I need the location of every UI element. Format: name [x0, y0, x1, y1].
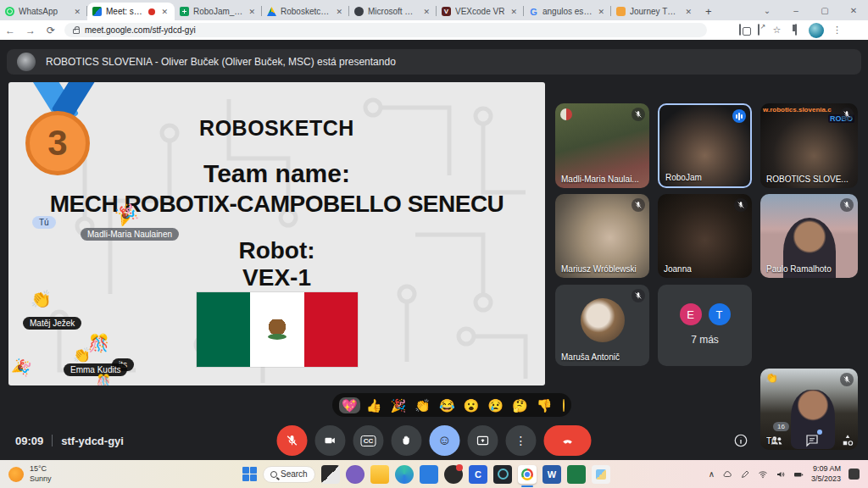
minimize-button[interactable]: –	[782, 6, 810, 15]
volume-icon[interactable]	[776, 469, 786, 480]
notification-center-icon[interactable]	[849, 469, 860, 480]
dark-app-icon[interactable]	[493, 465, 512, 484]
taskbar-weather-widget[interactable]: 15°C Sunny	[8, 464, 52, 484]
toolbar-right: ☆ ⋮	[715, 23, 843, 38]
address-bar[interactable]: meet.google.com/stf-ydcd-gyi	[64, 23, 707, 37]
url-text: meet.google.com/stf-ydcd-gyi	[85, 25, 196, 35]
reload-button[interactable]: ⟳	[41, 25, 61, 36]
participant-name: Mariusz Wróblewski	[561, 264, 637, 274]
side-panel-icon[interactable]	[790, 25, 801, 36]
wifi-icon[interactable]	[758, 469, 768, 480]
tray-chevron-icon[interactable]: ∧	[709, 470, 715, 479]
participant-tile-madli[interactable]: Madli-Maria Naulai...	[555, 103, 649, 188]
media-app-icon[interactable]	[444, 465, 463, 484]
reactions-button[interactable]: ☺	[430, 425, 460, 456]
avatar-e: E	[680, 303, 702, 325]
share-icon[interactable]	[753, 25, 764, 36]
cc-icon: CC	[361, 435, 376, 446]
more-options-button[interactable]: ⋮	[506, 425, 537, 456]
reaction-thumbs-down[interactable]: 👎	[534, 397, 555, 413]
battery-icon[interactable]	[793, 469, 804, 480]
end-call-button[interactable]	[544, 425, 592, 456]
tab-close-icon[interactable]: ✕	[683, 7, 693, 17]
tab-close-icon[interactable]: ✕	[247, 7, 257, 17]
tab-close-icon[interactable]: ✕	[72, 7, 82, 17]
task-view-icon[interactable]	[321, 465, 340, 484]
participant-tile-robotics-slovenia[interactable]: w.robotics.slovenia.c ROBO ROBOTICS SLOV…	[760, 103, 858, 188]
profile-avatar[interactable]	[809, 23, 824, 38]
chrome-icon-active[interactable]	[518, 465, 537, 484]
file-explorer-icon[interactable]	[370, 465, 389, 484]
camera-toggle-button[interactable]	[315, 425, 346, 456]
start-button[interactable]	[242, 467, 257, 481]
captions-button[interactable]: CC	[353, 425, 384, 456]
close-window-button[interactable]: ✕	[839, 6, 868, 15]
meeting-details-icon[interactable]	[732, 432, 749, 449]
reaction-thumbs-up[interactable]: 👍	[364, 397, 385, 413]
participant-tile-robojam[interactable]: RoboJam	[658, 103, 752, 188]
mic-toggle-button[interactable]	[277, 425, 308, 456]
activities-icon[interactable]	[839, 432, 856, 449]
back-button[interactable]: ←	[0, 25, 20, 36]
tab-close-icon[interactable]: ✕	[421, 7, 431, 17]
clipchamp-icon[interactable]: C	[469, 465, 487, 484]
tab-close-icon[interactable]: ✕	[596, 7, 606, 17]
reaction-cry[interactable]: 😢	[485, 397, 506, 413]
forward-button[interactable]: →	[20, 25, 41, 36]
tab-vexcode[interactable]: V VEXcode VR ✕	[437, 3, 524, 20]
reaction-thinking[interactable]: 🤔	[509, 397, 531, 413]
tab-whatsapp[interactable]: WhatsApp ✕	[0, 3, 87, 20]
skin-tone-selector[interactable]	[563, 399, 565, 412]
tab-word[interactable]: Microsoft Word - ✕	[349, 3, 437, 20]
tab-robojam[interactable]: RoboJam_compe ✕	[175, 3, 262, 20]
tab-title: VEXcode VR	[455, 7, 504, 16]
green-app-icon[interactable]	[567, 465, 586, 484]
participant-name: RoboJam	[665, 173, 702, 182]
meeting-info: 09:09 stf-ydcd-gyi	[15, 435, 124, 447]
reaction-laugh[interactable]: 😂	[437, 397, 458, 413]
extension-icon[interactable]	[715, 25, 726, 36]
reaction-clap[interactable]: 👏	[412, 397, 433, 413]
tray-time: 9:09 AM	[813, 464, 841, 473]
tab-journey[interactable]: Journey The Gras ✕	[611, 3, 698, 20]
tab-meet-active[interactable]: Meet: stf-ydc ✕	[87, 3, 175, 20]
photos-app-icon[interactable]	[592, 465, 610, 484]
participant-tile-joanna[interactable]: Joanna	[658, 194, 752, 278]
taskbar-search[interactable]: Search	[263, 466, 315, 483]
chat-icon[interactable]	[804, 432, 821, 449]
team-name-label: Team name:	[8, 159, 545, 188]
raise-hand-button[interactable]	[392, 425, 422, 456]
pen-icon[interactable]	[740, 469, 750, 480]
browser-menu-icon[interactable]: ⋮	[832, 25, 843, 36]
tray-date: 3/5/2023	[811, 474, 841, 483]
tab-robosketch[interactable]: Robosketch_task ✕	[262, 3, 349, 20]
participant-tile-paulo[interactable]: Paulo Ramalhoto	[760, 194, 858, 278]
tab-angulos[interactable]: G angulos estrella S ✕	[524, 3, 611, 20]
reaction-heart[interactable]: 💖	[339, 397, 360, 413]
tab-groups-icon[interactable]	[734, 25, 745, 36]
present-screen-button[interactable]	[468, 425, 498, 456]
tab-close-icon[interactable]: ✕	[509, 7, 519, 17]
edge-icon[interactable]	[395, 465, 414, 484]
teams-chat-icon[interactable]	[346, 465, 364, 484]
microsoft-store-icon[interactable]	[420, 465, 438, 484]
tab-close-icon[interactable]: ✕	[159, 7, 170, 17]
reaction-tag-madli: Madli-Maria Naulainen	[81, 228, 179, 241]
participant-tile-marusa[interactable]: Maruša Antonič	[555, 285, 649, 366]
weather-temp: 15°C	[30, 464, 47, 473]
participant-tile-mariusz[interactable]: Mariusz Wróblewski	[555, 194, 649, 278]
bookmark-star-icon[interactable]: ☆	[771, 25, 782, 36]
onedrive-cloud-icon[interactable]	[722, 469, 732, 480]
word-app-icon[interactable]: W	[542, 465, 561, 484]
reaction-surprised[interactable]: 😮	[461, 397, 482, 413]
maximize-button[interactable]: ▢	[810, 6, 839, 15]
tab-close-icon[interactable]: ✕	[334, 7, 344, 17]
tab-title: Journey The Gras	[630, 7, 679, 16]
tab-search-icon[interactable]: ⌄	[753, 6, 782, 15]
presenting-banner: ROBOTICS SLOVENIA - Oliver Buček (Oliver…	[7, 49, 861, 75]
reaction-party[interactable]: 🎉	[387, 397, 409, 413]
new-tab-button[interactable]: +	[698, 5, 719, 20]
taskbar-clock[interactable]: 9:09 AM 3/5/2023	[811, 464, 841, 484]
windows-taskbar: 15°C Sunny Search C W	[0, 460, 868, 488]
participant-tile-overflow[interactable]: E T 7 más	[658, 285, 752, 366]
